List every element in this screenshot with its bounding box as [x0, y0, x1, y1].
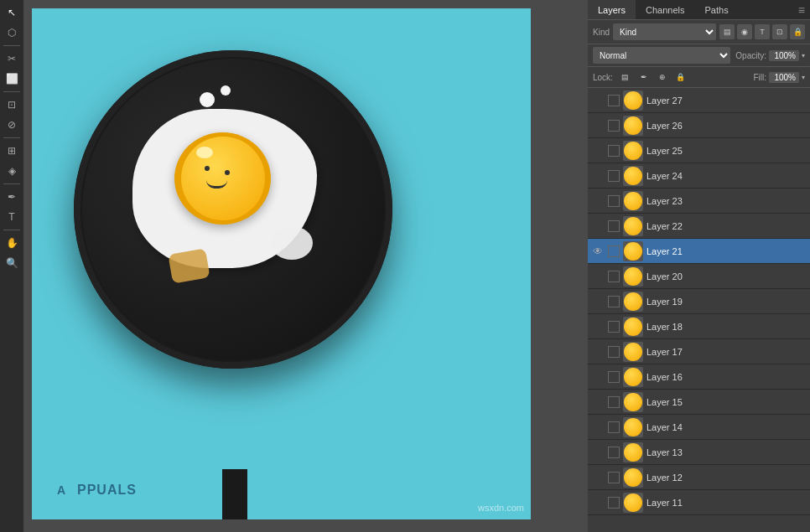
layer-checkbox-17[interactable]: [608, 346, 620, 358]
tool-hand[interactable]: ✋: [3, 234, 21, 252]
layer-checkbox-26[interactable]: [608, 120, 620, 132]
layer-visibility-22[interactable]: [591, 220, 605, 233]
tool-pen[interactable]: ✒: [3, 188, 21, 206]
filter-pixel-icon[interactable]: ▤: [719, 24, 735, 39]
tool-crop[interactable]: ⊡: [3, 96, 21, 114]
tool-separator-5: [3, 230, 20, 230]
layer-checkbox-20[interactable]: [608, 271, 620, 282]
layer-visibility-21[interactable]: 👁: [591, 245, 605, 258]
layer-item-11[interactable]: Layer 11: [588, 490, 810, 515]
opacity-value[interactable]: 100%: [769, 50, 799, 61]
filter-shape-icon[interactable]: ⊡: [772, 24, 787, 39]
filter-type-icon[interactable]: T: [755, 24, 770, 39]
layer-name-14: Layer 14: [646, 422, 807, 432]
layer-item-21[interactable]: 👁Layer 21: [588, 239, 810, 264]
layer-visibility-18[interactable]: [591, 320, 605, 333]
layer-checkbox-15[interactable]: [608, 396, 620, 408]
layer-item-15[interactable]: Layer 15: [588, 390, 810, 415]
layer-visibility-25[interactable]: [591, 144, 605, 158]
tool-type[interactable]: T: [3, 208, 21, 226]
canvas-area: A PPUALS wsxdn.com: [23, 0, 588, 532]
lock-image-icon[interactable]: ✒: [636, 70, 652, 85]
layer-visibility-19[interactable]: [591, 295, 605, 308]
blend-mode-select[interactable]: Normal: [593, 47, 730, 64]
panel-collapse-button[interactable]: ≡: [793, 3, 810, 17]
layer-item-19[interactable]: Layer 19: [588, 289, 810, 314]
yolk-mouth: [206, 180, 227, 189]
layer-thumb-22: [623, 216, 643, 236]
tool-lasso[interactable]: ✂: [3, 49, 21, 68]
layer-visibility-23[interactable]: [591, 194, 605, 208]
layer-checkbox-19[interactable]: [608, 296, 620, 307]
layer-item-22[interactable]: Layer 22: [588, 214, 810, 239]
watermark: A PPUALS: [49, 478, 137, 503]
layer-checkbox-23[interactable]: [608, 195, 620, 207]
lock-row: Lock: ▤ ✒ ⊕ 🔒 Fill: 100% ▾: [588, 67, 810, 88]
layer-item-18[interactable]: Layer 18: [588, 314, 810, 339]
layer-checkbox-14[interactable]: [608, 421, 620, 433]
left-toolbar: ↖ ⬡ ✂ ⬜ ⊡ ⊘ ⊞ ◈ ✒ T ✋ 🔍: [0, 0, 23, 532]
egg-drop-2: [221, 85, 231, 96]
filter-adjust-icon[interactable]: ◉: [737, 24, 752, 39]
layers-list[interactable]: Layer 27Layer 26Layer 25Layer 24Layer 23…: [588, 88, 810, 532]
tool-transform[interactable]: ⬜: [3, 70, 21, 88]
layer-checkbox-11[interactable]: [608, 497, 620, 509]
canvas-content[interactable]: A PPUALS wsxdn.com: [32, 8, 531, 519]
layer-checkbox-22[interactable]: [608, 220, 620, 232]
lock-all-icon[interactable]: 🔒: [673, 70, 688, 85]
layer-item-13[interactable]: Layer 13: [588, 440, 810, 465]
layer-visibility-17[interactable]: [591, 345, 605, 359]
lock-transparent-icon[interactable]: ▤: [618, 70, 633, 85]
layer-item-25[interactable]: Layer 25: [588, 138, 810, 163]
tool-select[interactable]: ↖: [3, 3, 21, 22]
layer-item-24[interactable]: Layer 24: [588, 163, 810, 189]
layer-checkbox-27[interactable]: [608, 95, 620, 106]
layer-item-17[interactable]: Layer 17: [588, 339, 810, 364]
wsxdn-watermark: wsxdn.com: [478, 503, 524, 513]
yolk-eye-left: [205, 166, 210, 171]
tool-brush[interactable]: ◈: [3, 162, 21, 180]
layer-thumb-20: [623, 266, 643, 287]
layer-checkbox-25[interactable]: [608, 145, 620, 157]
layer-visibility-20[interactable]: [591, 270, 605, 283]
layer-item-16[interactable]: Layer 16: [588, 364, 810, 390]
layer-checkbox-18[interactable]: [608, 321, 620, 333]
lock-position-icon[interactable]: ⊕: [655, 70, 670, 85]
layer-item-23[interactable]: Layer 23: [588, 189, 810, 214]
layer-visibility-26[interactable]: [591, 119, 605, 132]
fill-value[interactable]: 100%: [769, 72, 799, 83]
layer-item-20[interactable]: Layer 20: [588, 264, 810, 289]
filter-kind-select[interactable]: Kind: [613, 23, 716, 40]
layer-checkbox-21[interactable]: [608, 245, 620, 257]
layer-checkbox-13[interactable]: [608, 447, 620, 458]
layer-visibility-16[interactable]: [591, 370, 605, 384]
layer-visibility-14[interactable]: [591, 421, 605, 434]
tool-eyedropper[interactable]: ⊘: [3, 116, 21, 134]
layer-item-12[interactable]: Layer 12: [588, 465, 810, 490]
layer-item-27[interactable]: Layer 27: [588, 88, 810, 113]
tool-zoom[interactable]: 🔍: [3, 254, 21, 272]
tool-shape[interactable]: ⬡: [3, 23, 21, 42]
layer-visibility-27[interactable]: [591, 94, 605, 107]
layer-checkbox-24[interactable]: [608, 170, 620, 182]
layer-thumb-18: [623, 317, 643, 337]
tool-separator-1: [3, 45, 20, 46]
fill-arrow-icon: ▾: [802, 74, 805, 81]
layer-item-14[interactable]: Layer 14: [588, 415, 810, 440]
tab-layers[interactable]: Layers: [588, 0, 636, 19]
lock-icons: ▤ ✒ ⊕ 🔒: [618, 70, 688, 85]
tab-channels[interactable]: Channels: [636, 0, 694, 19]
layer-visibility-24[interactable]: [591, 169, 605, 183]
layer-visibility-15[interactable]: [591, 395, 605, 409]
layer-visibility-12[interactable]: [591, 471, 605, 484]
layer-visibility-11[interactable]: [591, 496, 605, 509]
tool-patch[interactable]: ⊞: [3, 142, 21, 160]
layer-visibility-13[interactable]: [591, 446, 605, 459]
layer-name-27: Layer 27: [646, 96, 807, 106]
layer-item-26[interactable]: Layer 26: [588, 113, 810, 138]
tool-separator-2: [3, 91, 20, 92]
filter-smart-icon[interactable]: 🔒: [790, 24, 805, 39]
layer-checkbox-12[interactable]: [608, 472, 620, 483]
layer-checkbox-16[interactable]: [608, 371, 620, 383]
tab-paths[interactable]: Paths: [695, 0, 739, 19]
